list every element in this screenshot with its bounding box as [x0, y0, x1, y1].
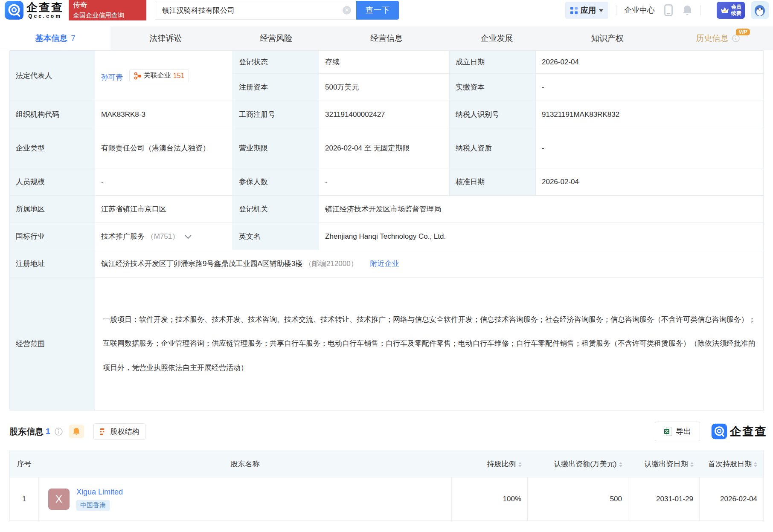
shareholders-title: 股东信息: [9, 426, 44, 437]
chevron-down-icon[interactable]: [185, 235, 192, 239]
field-label-staff-size: 人员规模: [10, 168, 95, 196]
search-input[interactable]: [155, 1, 356, 20]
col-header-amount[interactable]: 认缴出资额(万美元): [528, 451, 628, 477]
qcc-logo[interactable]: 企查查 Qcc.com: [4, 0, 64, 20]
info-circle-icon[interactable]: [55, 428, 63, 436]
reg-address-postcode: （邮编212000）: [305, 260, 358, 268]
tab-basic-info[interactable]: 基本信息 7: [0, 26, 110, 50]
field-value-staff-size: -: [95, 168, 233, 196]
promo-line1: 传奇: [73, 1, 142, 9]
col-header-no: 序号: [10, 451, 39, 477]
qcc-watermark-logo: 企查查: [711, 423, 767, 439]
field-value-biz-term: 2026-02-04 至 无固定期限: [319, 128, 450, 168]
brand-name: 企查查: [26, 1, 64, 14]
field-label-approval-date: 核准日期: [450, 168, 536, 196]
tab-basic-label: 基本信息: [35, 33, 67, 44]
field-label-biz-reg-no: 工商注册号: [233, 101, 319, 128]
top-header: 企查查 Qcc.com 传奇 全国企业信用查询 ✕ 查一下 应用 企业中心: [0, 0, 773, 20]
industry-name: 技术推广服务: [101, 232, 145, 240]
reg-address-text: 镇江经济技术开发区丁卯潘宗路9号鑫鼎茂工业园A区辅助楼3楼: [101, 260, 302, 268]
crown-icon: [720, 6, 729, 14]
field-value-english-name: Zhenjiang Hanqi Technology Co., Ltd.: [319, 223, 764, 250]
structure-icon: [99, 428, 108, 436]
monitor-bell-button[interactable]: [69, 425, 84, 438]
tab-risk-label: 经营风险: [260, 33, 292, 44]
equity-structure-button[interactable]: 股权结构: [93, 423, 145, 440]
bell-icon: [73, 427, 80, 436]
clear-search-icon[interactable]: ✕: [343, 6, 351, 14]
field-label-biz-scope: 经营范围: [10, 278, 95, 411]
shareholder-region-tag[interactable]: 中国香港: [76, 500, 110, 511]
excel-icon: [664, 427, 672, 436]
nearby-companies-link[interactable]: 附近企业: [370, 260, 399, 268]
tab-operation[interactable]: 经营信息: [331, 26, 442, 50]
enterprise-center-link[interactable]: 企业中心: [624, 5, 655, 15]
shareholder-avatar: X: [48, 489, 70, 510]
sort-icon: [619, 462, 622, 467]
col-header-first-hold-date-label: 首次持股日期: [708, 460, 752, 468]
field-label-tax-id: 纳税人识别号: [450, 101, 536, 128]
field-label-org-code: 组织机构代码: [10, 101, 95, 128]
field-label-reg-capital: 注册资本: [233, 74, 319, 101]
related-companies-label: 关联企业: [144, 71, 171, 80]
related-companies-count: 151: [173, 72, 185, 80]
sort-icon: [754, 462, 757, 467]
field-label-est-date: 成立日期: [450, 51, 536, 74]
apps-grid-icon: [570, 7, 578, 14]
tab-basic-count: 7: [71, 34, 76, 43]
notification-bell-icon[interactable]: [682, 5, 692, 16]
tab-legal[interactable]: 法律诉讼: [110, 26, 221, 50]
field-value-insured-count: -: [319, 168, 450, 196]
field-value-reg-status: 存续: [319, 51, 450, 74]
legal-rep-link[interactable]: 孙可青: [101, 73, 123, 81]
export-label: 导出: [676, 426, 691, 437]
search-button[interactable]: 查一下: [356, 1, 399, 20]
promo-banner[interactable]: 传奇 全国企业信用查询: [69, 0, 146, 20]
field-label-industry: 国标行业: [10, 223, 95, 250]
field-label-biz-term: 营业期限: [233, 128, 319, 168]
vip-renew-button[interactable]: 会员 续费: [717, 2, 745, 19]
promo-line2: 全国企业信用查询: [73, 12, 142, 19]
mobile-app-icon[interactable]: [664, 4, 673, 16]
org-network-icon: [134, 72, 142, 80]
shareholders-table-header-row: 序号 股东名称 持股比例 认缴出资额(万美元) 认缴出资日期 首次持股日期: [10, 451, 764, 477]
col-header-first-hold-date[interactable]: 首次持股日期: [700, 451, 764, 477]
tab-history[interactable]: VIP 历史信息: [663, 26, 773, 50]
tab-history-label: 历史信息: [696, 33, 729, 44]
tab-development-label: 企业发展: [481, 33, 513, 44]
shareholders-count: 1: [46, 427, 50, 436]
tab-risk[interactable]: 经营风险: [221, 26, 331, 50]
col-header-ratio[interactable]: 持股比例: [452, 451, 528, 477]
apps-menu[interactable]: 应用: [565, 2, 608, 19]
apps-label: 应用: [581, 5, 596, 15]
field-value-est-date: 2026-02-04: [536, 51, 764, 74]
tab-ip[interactable]: 知识产权: [552, 26, 663, 50]
field-value-biz-reg-no: 321191400002427: [319, 101, 450, 128]
qcc-logo-icon: [711, 423, 727, 439]
vip-badge: VIP: [736, 29, 750, 35]
sort-icon: [518, 462, 522, 467]
col-header-amount-label: 认缴出资额(万美元): [554, 460, 616, 468]
field-value-company-type: 有限责任公司（港澳台法人独资）: [95, 128, 233, 168]
basic-info-table: 法定代表人 孙可青 关联企业 151 登记状态 存续 成立日期 2026-02-…: [9, 50, 764, 411]
search-box: ✕ 查一下: [155, 1, 399, 20]
shareholder-row: 1 X Xigua Limited 中国香港 100% 500 2031-01-…: [10, 477, 764, 521]
field-label-insured-count: 参保人数: [233, 168, 319, 196]
col-header-subscribe-date[interactable]: 认缴出资日期: [628, 451, 700, 477]
shareholders-header: 股东信息 1 股权结构 导出: [9, 422, 764, 441]
related-companies-badge[interactable]: 关联企业 151: [129, 69, 189, 82]
mascot-avatar[interactable]: [751, 1, 769, 19]
field-value-tax-id: 91321191MAK83RK832: [536, 101, 764, 128]
export-button[interactable]: 导出: [655, 422, 700, 441]
equity-structure-label: 股权结构: [110, 427, 139, 437]
field-value-biz-scope: 一般项目：软件开发；技术服务、技术开发、技术咨询、技术交流、技术转让、技术推广；…: [95, 278, 764, 411]
shareholder-name-link[interactable]: Xigua Limited: [76, 488, 123, 497]
tab-development[interactable]: 企业发展: [442, 26, 552, 50]
field-value-reg-capital: 500万美元: [319, 74, 450, 101]
divider: [700, 5, 700, 15]
field-value-approval-date: 2026-02-04: [536, 168, 764, 196]
field-value-industry: 技术推广服务 （M751）: [95, 223, 233, 250]
field-label-region: 所属地区: [10, 196, 95, 223]
vip-renew-line1: 会员: [731, 4, 741, 10]
shareholder-subscribe-date: 2031-01-29: [628, 477, 700, 521]
